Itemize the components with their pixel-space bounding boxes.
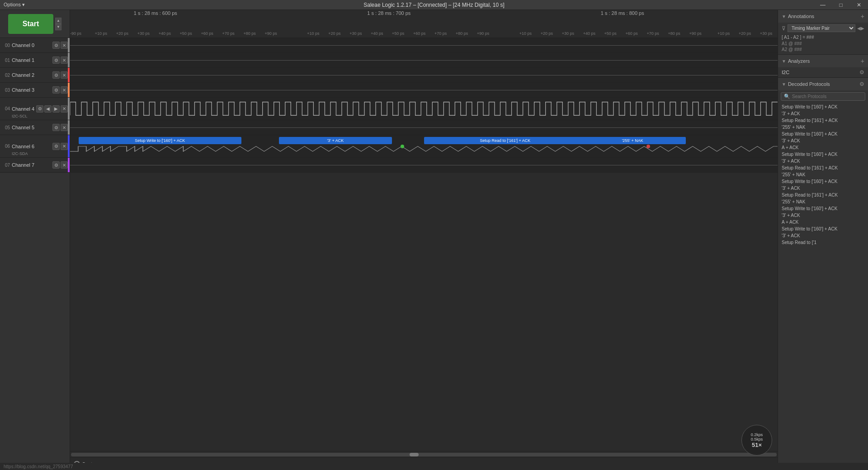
waveform-row-2 [70,68,778,83]
protocol-item[interactable]: '255' + NAK [778,124,868,131]
analyzer-gear-0[interactable]: ⚙ [859,69,864,75]
channel-sub-6: I2C-SDA [12,151,28,156]
maximize-button[interactable]: □ [832,0,850,10]
protocol-item[interactable]: Setup Read to ['161'] + ACK [778,164,868,171]
channel-prev-4[interactable]: ◀ [44,105,52,113]
speed-pct: 51× [752,442,762,448]
waveform-row-4 [70,98,778,120]
protocol-item[interactable]: '3' + ACK [778,185,868,192]
channel-num-6: 06 [2,144,10,149]
tick-17: +80 ps [456,31,468,36]
timeline-mark-1: 1 s : 28 ms : 700 ps [367,10,410,16]
channel-icons-6: ⚙ ✕ [52,143,68,150]
channel-close-7[interactable]: ✕ [61,161,68,169]
channel-num-2: 02 [2,73,10,78]
annotation-nav-icons: ◀▶ [857,26,864,31]
titlebar: Options ▾ Saleae Logic 1.2.17 – [Connect… [0,0,868,10]
channel-name-4: Channel 4 [12,106,36,112]
annotation-funnel-icon: ⊽ [782,25,786,32]
channel-gear-0[interactable]: ⚙ [52,42,60,49]
tick-21: +30 ps [562,31,574,36]
tick-26: +80 ps [668,31,680,36]
protocol-item[interactable]: '3' + ACK [778,158,868,164]
channel-color-7 [68,158,70,172]
flat-line-0 [70,45,778,46]
annotation-type-dropdown[interactable]: Timing Marker Pair [788,24,855,32]
channel-gear-5[interactable]: ⚙ [52,124,60,131]
channel-gear-7[interactable]: ⚙ [52,161,60,169]
channel-close-3[interactable]: ✕ [61,86,68,94]
protocol-list[interactable]: Setup Write to ['160'] + ACK'3' + ACKSet… [778,103,868,470]
channel-close-1[interactable]: ✕ [61,56,68,64]
channel-row-1: 01 Channel 1 ⚙ ✕ [0,53,70,68]
start-button[interactable]: Start [8,14,53,34]
annotations-add-button[interactable]: + [861,13,864,20]
channel-color-4 [68,98,70,120]
tick-12: +30 ps [349,31,362,36]
channel-gear-4[interactable]: ⚙ [36,105,43,113]
tick-3: +30 ps [137,31,150,36]
speed-bot: 0.5kps [751,437,763,442]
protocol-item[interactable]: Setup Write to ['160'] + ACK [778,103,868,110]
protocol-item[interactable]: Setup Write to ['160'] + ACK [778,131,868,137]
channel-close-0[interactable]: ✕ [61,42,68,49]
start-arrow-down[interactable]: ▼ [55,24,61,30]
waveform-row-1 [70,53,778,68]
scrollbar-thumb[interactable] [410,453,419,456]
tick-22: +40 ps [583,31,595,36]
protocol-item[interactable]: A + ACK [778,219,868,226]
protocol-item[interactable]: '255' + NAK [778,198,868,205]
analyzer-row-0: I2C ⚙ [778,67,868,77]
channel-name-2: Channel 2 [12,72,52,78]
main-container: Start ▲ ▼ 00 Channel 0 ⚙ ✕ 01 Channel 1 … [0,10,868,470]
minimize-button[interactable]: — [814,0,832,10]
protocol-item[interactable]: Setup Write to ['160'] + ACK [778,205,868,212]
channel-gear-6[interactable]: ⚙ [52,143,60,150]
annotations-title: Annotations [788,14,814,19]
scrollbar-area[interactable] [70,451,778,457]
flat-line-7 [70,165,778,165]
protocol-item[interactable]: Setup Read to ['161'] + ACK [778,117,868,124]
tick-7: +70 ps [222,31,234,36]
search-protocols-input[interactable] [792,94,862,99]
decoded-triangle-icon: ▼ [782,82,786,87]
analyzers-add-button[interactable]: + [861,57,864,65]
channel-gear-2[interactable]: ⚙ [52,71,60,79]
channel-close-5[interactable]: ✕ [61,124,68,131]
protocol-item[interactable]: '255' + NAK [778,171,868,178]
tick-4: +40 ps [159,31,171,36]
channel-next-4[interactable]: ▶ [52,105,60,113]
protocol-item[interactable]: '3' + ACK [778,137,868,144]
protocol-item[interactable]: '3' + ACK [778,232,868,239]
close-button[interactable]: ✕ [850,0,868,10]
channel-close-2[interactable]: ✕ [61,71,68,79]
scrollbar-track[interactable] [71,453,777,456]
timeline-header[interactable]: 1 s : 28 ms : 600 ps 1 s : 28 ms : 700 p… [70,10,778,38]
channel-gear-3[interactable]: ⚙ [52,86,60,94]
start-arrow-up[interactable]: ▲ [55,18,61,24]
protocol-item[interactable]: Setup Write to ['160'] + ACK [778,178,868,185]
decoded-protocols-title: Decoded Protocols [788,81,830,87]
protocol-item[interactable]: '3' + ACK [778,110,868,117]
start-button-row: Start ▲ ▼ [0,10,70,38]
waveform-row-7 [70,158,778,173]
annotation-formula: [ A1 - A2 ] = ### [782,34,864,41]
tick-29: +20 ps [739,31,751,36]
decoded-gear-button[interactable]: ⚙ [859,81,864,87]
channel-close-4[interactable]: ✕ [61,105,68,113]
protocol-item[interactable]: A + ACK [778,144,868,151]
channel-close-6[interactable]: ✕ [61,143,68,150]
channel-row-4: 04 Channel 4 ⚙ ◀ ▶ ✕ I2C-SCL [0,98,70,120]
tick-25: +70 ps [646,31,659,36]
protocol-item[interactable]: Setup Write to ['160'] + ACK [778,226,868,232]
tick-24: +60 ps [626,31,638,36]
options-button[interactable]: Options ▾ [4,2,25,8]
protocol-item[interactable]: Setup Write to ['160'] + ACK [778,151,868,158]
tick-23: +50 ps [604,31,617,36]
protocol-item[interactable]: Setup Read to ['161'] + ACK [778,192,868,198]
protocol-item[interactable]: Setup Read to ['1 [778,239,868,246]
channel-gear-1[interactable]: ⚙ [52,56,60,64]
protocol-item[interactable]: '3' + ACK [778,212,868,219]
decoded-protocols-section: ▼ Decoded Protocols ⚙ 🔍 Setup Write to [… [778,78,868,470]
tick-28: +10 ps [717,31,730,36]
